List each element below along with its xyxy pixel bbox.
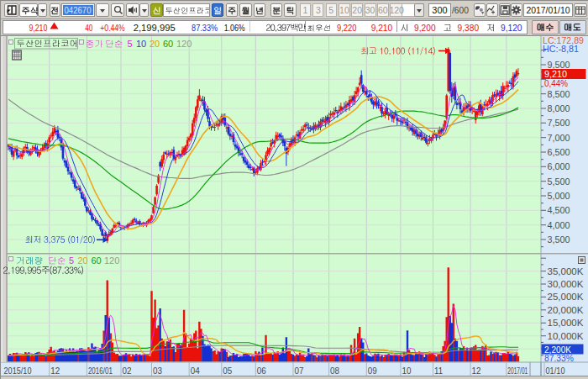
svg-text:HC:-8,81: HC:-8,81 (543, 44, 579, 54)
svg-text:6,000: 6,000 (548, 161, 570, 171)
svg-text:8,000: 8,000 (548, 103, 570, 113)
svg-text:0,44%: 0,44% (544, 78, 568, 88)
svg-text:25,000K: 25,000K (548, 292, 584, 302)
svg-text:7,000: 7,000 (548, 133, 570, 143)
svg-text:30: 30 (365, 5, 375, 15)
svg-text:2017/01: 2017/01 (507, 366, 528, 376)
svg-text:5: 5 (128, 39, 133, 49)
svg-text:120: 120 (176, 39, 192, 49)
svg-text:07: 07 (295, 366, 304, 376)
svg-text:5: 5 (69, 255, 74, 266)
svg-text:60: 60 (378, 5, 388, 15)
svg-text:2,199,995: 2,199,995 (134, 23, 176, 33)
svg-text:5,500: 5,500 (548, 176, 570, 187)
svg-text:40: 40 (85, 23, 92, 33)
svg-text:05: 05 (223, 366, 232, 376)
svg-text:20: 20 (150, 39, 160, 49)
svg-text:120: 120 (104, 255, 119, 266)
svg-text:08: 08 (330, 366, 339, 376)
svg-text:87.33%: 87.33% (192, 23, 218, 33)
svg-text:2015/10: 2015/10 (4, 366, 32, 376)
svg-text:10: 10 (339, 5, 349, 15)
svg-text:35,000K: 35,000K (548, 266, 584, 276)
svg-text:6,500: 6,500 (548, 147, 570, 157)
svg-text:9,380: 9,380 (458, 23, 480, 33)
svg-text:2016/01: 2016/01 (88, 366, 113, 376)
svg-text:/600: /600 (452, 5, 469, 15)
svg-text:300: 300 (432, 5, 447, 15)
svg-text:20,000K: 20,000K (548, 305, 584, 315)
svg-text:09: 09 (368, 366, 377, 376)
svg-text:9,200: 9,200 (414, 23, 435, 33)
svg-text:87.33%: 87.33% (544, 353, 574, 363)
svg-text:20: 20 (78, 255, 88, 266)
svg-text:9,210: 9,210 (29, 23, 47, 33)
svg-text:20: 20 (352, 5, 362, 15)
svg-text:042670: 042670 (65, 5, 92, 15)
svg-text:60: 60 (92, 255, 102, 266)
svg-text:+0.44%: +0.44% (100, 23, 125, 33)
svg-text:02: 02 (123, 366, 132, 376)
svg-text:1.06%: 1.06% (224, 23, 245, 33)
svg-text:03: 03 (153, 366, 162, 376)
svg-text:04: 04 (191, 366, 200, 376)
svg-text:5,000: 5,000 (548, 191, 570, 201)
svg-text:10: 10 (402, 366, 411, 376)
svg-text:30,000K: 30,000K (548, 279, 584, 289)
svg-text:60: 60 (163, 39, 173, 49)
svg-text:11: 11 (434, 366, 443, 376)
svg-text:15,000K: 15,000K (548, 318, 584, 328)
svg-text:2017/01/10: 2017/01/10 (527, 5, 570, 15)
svg-text:01/10: 01/10 (546, 366, 565, 376)
svg-text:5: 5 (328, 5, 333, 15)
svg-text:10,000K: 10,000K (548, 331, 584, 341)
svg-text:10: 10 (136, 39, 146, 49)
svg-text:120: 120 (389, 5, 404, 15)
svg-text:4,000: 4,000 (548, 220, 570, 230)
svg-text:8,500: 8,500 (548, 89, 570, 99)
svg-text:12: 12 (472, 366, 481, 376)
svg-text:3,500: 3,500 (548, 234, 570, 245)
svg-text:9,210: 9,210 (371, 23, 393, 33)
svg-text:7,500: 7,500 (548, 118, 570, 128)
svg-text:3: 3 (316, 5, 321, 15)
svg-text:9,120: 9,120 (501, 23, 522, 33)
svg-text:12: 12 (50, 366, 60, 376)
svg-text:4,500: 4,500 (548, 205, 570, 215)
svg-text:06: 06 (257, 366, 266, 376)
svg-text:1: 1 (303, 5, 308, 15)
svg-text:9,220: 9,220 (337, 23, 357, 33)
